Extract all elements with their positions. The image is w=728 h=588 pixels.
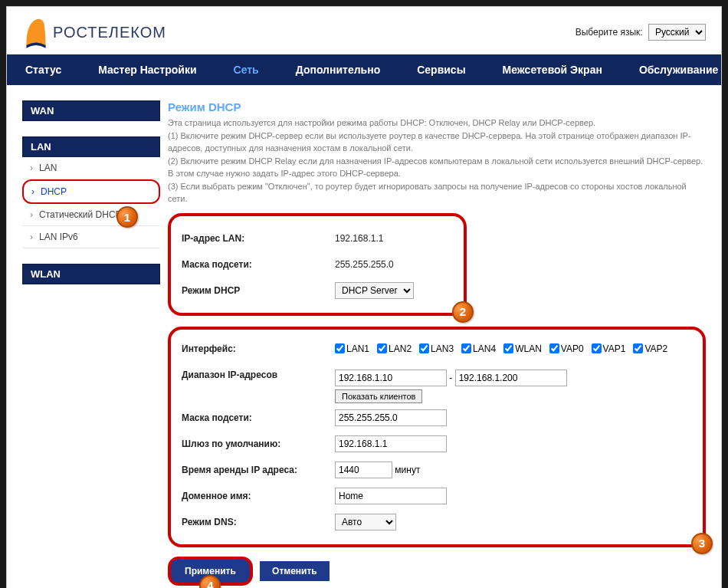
rostelecom-logo-icon [22,15,50,50]
iface-lan4[interactable]: LAN4 [461,343,496,354]
dhcp-mode-label: Режим DHCP [182,285,335,296]
interface-checkbox-group: LAN1LAN2LAN3LAN4WLANVAP0VAP1VAP2 [335,343,692,354]
iface-lan3[interactable]: LAN3 [419,343,454,354]
nav-item-2[interactable]: Сеть [215,54,277,85]
lease-input[interactable] [335,462,392,478]
button-row: Применить 4 Отменить [168,557,706,586]
sidebar-item-dhcp[interactable]: DHCP [22,179,160,204]
domain-label: Доменное имя: [182,491,335,501]
iface-vap2-checkbox[interactable] [633,343,643,353]
sidebar-item-статический-dhcp[interactable]: Статический DHCP [22,204,160,226]
sidebar-item-lan[interactable]: LAN [22,157,160,179]
dhcp-mode-select[interactable]: DHCP Server [335,282,414,299]
apply-button-highlight: Применить 4 [168,557,253,586]
iface-wlan-checkbox[interactable] [503,343,513,353]
dns-mode-label: Режим DNS: [182,517,335,527]
domain-input[interactable] [335,488,447,504]
iface-lan2-checkbox[interactable] [377,343,387,353]
dhcp-mode-card: IP-адрес LAN:192.168.1.1 Маска подсети:2… [168,213,467,316]
ip-range-to-input[interactable] [455,370,567,386]
iface-vap1[interactable]: VAP1 [592,343,626,354]
nav-item-1[interactable]: Мастер Настройки [80,54,215,85]
sidebar-item-lan-ipv6[interactable]: LAN IPv6 [22,226,160,248]
iface-vap2[interactable]: VAP2 [633,343,667,354]
iface-vap0[interactable]: VAP0 [549,343,584,354]
subnet-mask-value: 255.255.255.0 [335,259,394,270]
ip-range-from-input[interactable] [335,370,447,386]
gateway-label: Шлюз по умолчанию: [182,439,335,449]
ip-lan-label: IP-адрес LAN: [182,233,335,244]
lease-label: Время аренды IP адреса: [182,465,335,475]
ip-lan-value: 192.168.1.1 [335,233,383,244]
nav-item-6[interactable]: Обслуживание [621,54,728,85]
show-clients-button[interactable]: Показать клиентов [335,389,422,403]
header: РОСТЕЛЕКОМ Выберите язык: Русский [7,7,721,54]
dns-mode-select[interactable]: Авто [335,514,396,531]
sidebar: WANLANLANDHCPСтатический DHCPLAN IPv6WLA… [7,100,160,586]
annotation-badge-2: 2 [452,301,474,323]
page-title: Режим DHCP [168,100,706,113]
iface-lan1[interactable]: LAN1 [335,343,369,354]
iface-wlan[interactable]: WLAN [503,343,542,354]
iface-vap0-checkbox[interactable] [549,343,559,353]
ip-range-label: Диапазон IP-адресов [182,370,335,380]
subnet-mask-label: Маска подсети: [182,259,335,270]
interface-label: Интерфейс: [182,343,335,354]
logo: РОСТЕЛЕКОМ [22,15,166,50]
lease-unit: минут [395,465,420,475]
iface-vap1-checkbox[interactable] [592,343,602,353]
page: РОСТЕЛЕКОМ Выберите язык: Русский Статус… [6,6,722,588]
nav-item-0[interactable]: Статус [7,54,80,85]
language-picker: Выберите язык: Русский [576,24,706,41]
annotation-badge-1: 1 [116,206,138,228]
cancel-button[interactable]: Отменить [260,561,330,581]
dhcp-server-card: Интерфейс: LAN1LAN2LAN3LAN4WLANVAP0VAP1V… [168,327,706,547]
iface-lan4-checkbox[interactable] [461,343,471,353]
brand-text: РОСТЕЛЕКОМ [53,24,166,41]
language-label: Выберите язык: [576,27,643,38]
nav-item-5[interactable]: Межсетевой Экран [484,54,621,85]
sidebar-group-wlan[interactable]: WLAN [22,264,160,284]
subnet-mask2-label: Маска подсети: [182,412,335,423]
iface-lan2[interactable]: LAN2 [377,343,412,354]
gateway-input[interactable] [335,435,447,452]
annotation-badge-3: 3 [691,533,713,554]
sidebar-group-lan[interactable]: LAN [22,136,160,157]
main-nav: СтатусМастер НастройкиСетьДополнительноС… [7,54,721,85]
content: Режим DHCP Эта страница используется для… [160,100,721,586]
nav-item-4[interactable]: Сервисы [398,54,484,85]
sidebar-group-wan[interactable]: WAN [22,100,160,121]
iface-lan1-checkbox[interactable] [335,343,345,353]
iface-lan3-checkbox[interactable] [419,343,429,353]
nav-item-3[interactable]: Дополнительно [277,54,398,85]
language-select[interactable]: Русский [648,24,706,41]
subnet-mask-input[interactable] [335,409,447,426]
page-description: Эта страница используется для настройки … [168,117,706,205]
